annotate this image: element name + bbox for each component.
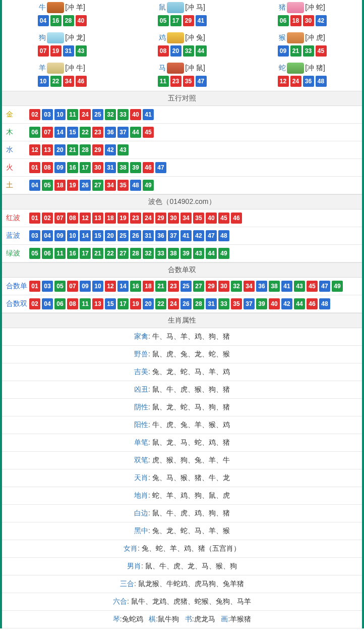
zodiac-clash: [冲 鼠] xyxy=(185,64,205,73)
attribute-row: 黑中: 兔、龙、蛇、马、羊、猴 xyxy=(2,522,362,540)
zodiac-name[interactable]: 蛇 xyxy=(279,64,286,73)
colon: : xyxy=(148,526,152,535)
zodiac-numbers: 05172941 xyxy=(122,15,242,26)
number-ball: 44 xyxy=(294,298,305,309)
zodiac-name[interactable]: 鸡 xyxy=(159,33,166,42)
number-ball: 32 xyxy=(231,281,242,292)
number-ball: 12 xyxy=(105,281,116,292)
section-header-heshu: 合数单双 xyxy=(2,262,362,278)
attribute-key: 野兽 xyxy=(134,350,148,358)
number-ball: 31 xyxy=(206,298,217,309)
number-ball: 07 xyxy=(54,213,66,224)
number-ball: 37 xyxy=(168,230,179,241)
number-ball: 45 xyxy=(316,45,327,57)
zodiac-cell: 狗[冲 龙]07193143 xyxy=(2,30,122,61)
zodiac-numbers: 08203244 xyxy=(122,45,242,57)
table-row: 土04051819262734354849 xyxy=(2,177,362,194)
number-ball: 09 xyxy=(54,230,66,241)
number-ball: 16 xyxy=(50,15,62,26)
zodiac-name[interactable]: 狗 xyxy=(39,33,46,42)
attribute-value: 兔、马、猴、猪、牛、龙 xyxy=(152,473,230,482)
number-ball: 36 xyxy=(155,230,166,241)
attribute-key: 黑中 xyxy=(134,526,148,535)
number-ball: 33 xyxy=(155,248,166,259)
attribute-value: 鼠、龙、马、蛇、鸡、猪 xyxy=(152,438,230,446)
zodiac-cell: 羊[冲 牛]10223446 xyxy=(2,61,122,91)
attribute-key: 阳性 xyxy=(134,420,148,429)
number-ball: 17 xyxy=(80,162,91,173)
number-ball: 31 xyxy=(63,45,74,57)
colon: : xyxy=(148,403,152,411)
number-ball: 10 xyxy=(38,76,49,87)
number-ball: 30 xyxy=(303,15,314,26)
number-ball: 14 xyxy=(54,127,66,138)
number-ball: 40 xyxy=(269,298,280,309)
number-ball: 06 xyxy=(29,127,40,138)
number-ball: 29 xyxy=(155,213,166,224)
zodiac-cell: 马[冲 鼠]11233547 xyxy=(122,61,242,91)
number-ball: 33 xyxy=(218,298,229,309)
attribute-key: 单笔 xyxy=(134,438,148,446)
number-ball: 12 xyxy=(80,213,91,224)
number-ball: 20 xyxy=(105,230,116,241)
number-ball: 18 xyxy=(54,180,66,191)
attribute-row: 女肖: 兔、蛇、羊、鸡、猪（五宫肖） xyxy=(2,540,362,558)
number-ball: 15 xyxy=(67,127,78,138)
number-ball: 10 xyxy=(54,109,66,120)
number-ball: 02 xyxy=(29,298,40,309)
number-ball: 39 xyxy=(256,298,267,309)
number-ball: 48 xyxy=(319,298,330,309)
number-ball: 40 xyxy=(206,213,217,224)
number-ball: 33 xyxy=(303,45,314,57)
attribute-key: 白边 xyxy=(134,509,148,517)
number-ball: 17 xyxy=(80,248,91,259)
number-ball: 49 xyxy=(143,180,154,191)
number-ball: 38 xyxy=(269,281,280,292)
number-ball: 18 xyxy=(143,281,154,292)
number-ball: 40 xyxy=(76,15,87,26)
zodiac-name[interactable]: 猴 xyxy=(279,33,286,42)
number-ball: 47 xyxy=(155,162,166,173)
number-ball: 01 xyxy=(29,162,40,173)
number-ball: 46 xyxy=(143,162,154,173)
zodiac-clash: [冲 兔] xyxy=(185,33,205,42)
zodiac-name[interactable]: 马 xyxy=(159,64,166,73)
row-numbers: 0108091617303138394647 xyxy=(29,162,166,173)
zodiac-numbers: 10223446 xyxy=(2,76,122,87)
number-ball: 26 xyxy=(80,180,91,191)
number-ball: 23 xyxy=(92,127,103,138)
number-ball: 43 xyxy=(76,45,87,57)
zodiac-name[interactable]: 鼠 xyxy=(159,3,166,12)
zodiac-grid: 牛[冲 羊]04162840鼠[冲 马]05172941猪[冲 蛇]061830… xyxy=(2,0,362,91)
number-ball: 13 xyxy=(92,298,103,309)
attribute-key: 吉美 xyxy=(134,367,148,376)
number-ball: 41 xyxy=(196,15,207,26)
number-ball: 11 xyxy=(80,298,91,309)
zodiac-name[interactable]: 猪 xyxy=(279,3,286,12)
colon: : xyxy=(127,597,131,605)
number-ball: 26 xyxy=(180,298,192,309)
row-numbers: 0102070812131819232429303435404546 xyxy=(29,213,242,224)
number-ball: 44 xyxy=(196,45,207,57)
number-ball: 36 xyxy=(303,76,314,87)
number-ball: 16 xyxy=(67,162,78,173)
zodiac-name[interactable]: 牛 xyxy=(39,3,46,12)
table-row: 红波0102070812131819232429303435404546 xyxy=(2,209,362,227)
zodiac-name[interactable]: 羊 xyxy=(39,64,46,73)
attribute-value: 虎、猴、狗、兔、羊、牛 xyxy=(152,456,230,464)
number-ball: 19 xyxy=(50,45,62,57)
number-ball: 22 xyxy=(155,298,166,309)
row-numbers: 1213202128294243 xyxy=(29,144,129,155)
number-ball: 32 xyxy=(143,248,154,259)
number-ball: 01 xyxy=(29,213,40,224)
number-ball: 37 xyxy=(244,298,255,309)
zodiac-icon xyxy=(47,2,64,13)
number-ball: 16 xyxy=(130,281,141,292)
attribute-value: 鼠牛狗 xyxy=(158,615,179,623)
attribute-value: 鼠龙猴、牛蛇鸡、虎马狗、兔羊猪 xyxy=(138,579,244,588)
number-ball: 02 xyxy=(42,213,53,224)
attribute-row: 家禽: 牛、马、羊、鸡、狗、猪 xyxy=(2,328,362,346)
table-row: 蓝波03040910141520252631363741424748 xyxy=(2,227,362,245)
row-numbers: 04051819262734354849 xyxy=(29,180,154,191)
zodiac-numbers: 04162840 xyxy=(2,15,122,26)
